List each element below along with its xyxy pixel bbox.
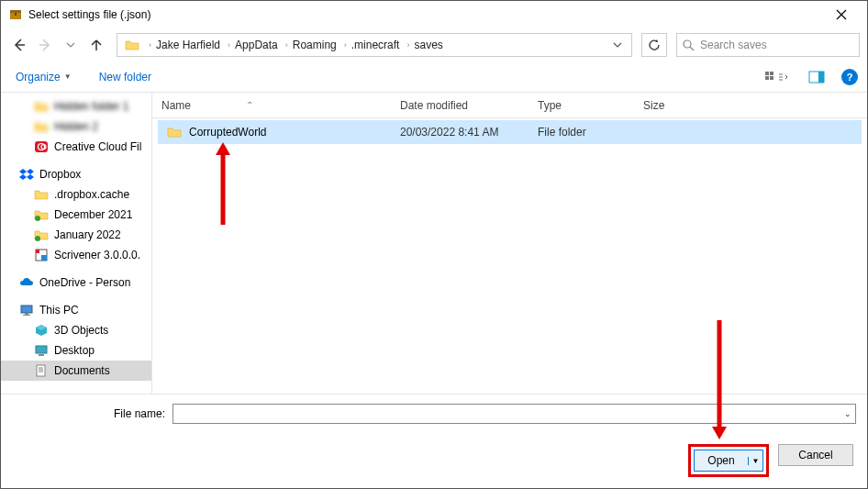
sidebar-item-label: 3D Objects (54, 324, 108, 337)
open-dropdown[interactable]: ▼ (748, 457, 762, 465)
folder-icon (167, 125, 182, 139)
file-date: 20/03/2022 8:41 AM (391, 126, 529, 139)
column-name[interactable]: Name (161, 99, 191, 112)
filename-input[interactable]: ⌄ (172, 404, 856, 424)
svg-point-13 (35, 216, 40, 221)
back-button[interactable] (8, 34, 30, 56)
chevron-right-icon[interactable]: › (143, 40, 154, 50)
recent-dropdown[interactable] (60, 34, 82, 56)
column-headers[interactable]: Name ⌃ Date modified Type Size (152, 93, 867, 118)
sidebar-item[interactable]: OneDrive - Person (1, 272, 151, 293)
preview-pane-button[interactable] (801, 67, 832, 87)
svg-point-14 (35, 236, 40, 241)
sidebar-item-label: January 2022 (54, 228, 121, 241)
svg-rect-21 (36, 346, 47, 353)
svg-rect-7 (770, 76, 773, 80)
close-button[interactable] (823, 1, 860, 28)
breadcrumb-item[interactable]: .minecraft (350, 39, 402, 51)
dropbox-icon (19, 167, 34, 182)
svg-rect-5 (770, 72, 773, 75)
svg-point-3 (684, 40, 691, 48)
column-type[interactable]: Type (529, 99, 634, 112)
svg-rect-4 (765, 72, 769, 75)
column-size[interactable]: Size (634, 99, 707, 112)
docs-icon (34, 363, 49, 378)
cc-icon (34, 139, 49, 154)
sidebar-item[interactable]: 3D Objects (1, 320, 151, 340)
svg-rect-18 (21, 306, 32, 313)
view-options-button[interactable] (761, 67, 792, 87)
sidebar-item[interactable]: This PC (1, 300, 151, 320)
sidebar-item[interactable]: .dropbox.cache (1, 184, 151, 205)
file-row[interactable]: CorruptedWorld20/03/2022 8:41 AMFile fol… (158, 120, 862, 144)
breadcrumb-item[interactable]: Jake Harfield (154, 39, 222, 51)
svg-rect-1 (10, 10, 21, 13)
svg-rect-20 (23, 315, 30, 316)
search-icon (683, 39, 695, 51)
thispc-icon (19, 303, 34, 317)
scriv-icon (34, 248, 49, 262)
annotation-highlight: Open ▼ (688, 444, 769, 477)
desktop-icon (34, 343, 49, 358)
folder-icon (34, 119, 49, 134)
help-button[interactable]: ? (841, 69, 858, 85)
sidebar-tree[interactable]: Hidden folder 1Hidden 2Creative Cloud Fi… (1, 93, 152, 394)
forward-button[interactable] (34, 34, 56, 56)
breadcrumb-item[interactable]: saves (412, 39, 444, 51)
svg-rect-19 (25, 313, 28, 315)
organize-button[interactable]: Organize ▼ (10, 67, 77, 87)
filename-label: File name: (12, 407, 172, 420)
svg-rect-22 (39, 354, 44, 356)
breadcrumb-expand[interactable] (607, 40, 628, 50)
folder-icon (34, 99, 49, 114)
sidebar-item[interactable]: Hidden folder 1 (1, 96, 151, 117)
sidebar-item-label: Dropbox (39, 168, 81, 181)
3d-icon (34, 323, 49, 338)
window-title: Select settings file (.json) (28, 8, 823, 21)
sidebar-item[interactable]: December 2021 (1, 205, 151, 225)
new-folder-button[interactable]: New folder (94, 67, 157, 87)
svg-rect-6 (765, 76, 769, 80)
breadcrumb-item[interactable]: AppData (233, 39, 280, 51)
sidebar-item[interactable]: Creative Cloud Fil (1, 137, 151, 157)
svg-rect-9 (818, 72, 824, 83)
svg-rect-23 (37, 365, 45, 376)
sidebar-item-label: .dropbox.cache (54, 188, 129, 201)
sidebar-item-label: Creative Cloud Fil (54, 140, 141, 153)
svg-rect-17 (41, 255, 47, 261)
sidebar-item[interactable]: Dropbox (1, 164, 151, 184)
sidebar-item-label: This PC (39, 304, 79, 317)
up-button[interactable] (85, 34, 107, 56)
breadcrumb[interactable]: › Jake Harfield › AppData › Roaming › .m… (117, 33, 632, 57)
file-type: File folder (529, 126, 634, 139)
folder-icon (34, 187, 49, 202)
chevron-right-icon[interactable]: › (339, 40, 350, 50)
search-input[interactable]: Search saves (676, 33, 860, 57)
sidebar-item[interactable]: Hidden 2 (1, 117, 151, 137)
sidebar-item-label: OneDrive - Person (39, 276, 130, 289)
svg-rect-2 (15, 13, 17, 16)
chevron-down-icon: ▼ (64, 72, 72, 81)
column-date[interactable]: Date modified (391, 99, 529, 112)
file-name: CorruptedWorld (189, 126, 266, 139)
chevron-right-icon[interactable]: › (222, 40, 233, 50)
sidebar-item-label: Desktop (54, 344, 95, 357)
sidebar-item[interactable]: January 2022 (1, 225, 151, 245)
chevron-right-icon[interactable]: › (280, 40, 291, 50)
sidebar-item[interactable]: Desktop (1, 340, 151, 361)
sidebar-item-label: Documents (54, 364, 110, 377)
refresh-button[interactable] (641, 33, 667, 57)
app-icon (8, 7, 23, 22)
chevron-down-icon[interactable]: ⌄ (844, 409, 851, 418)
breadcrumb-item[interactable]: Roaming (291, 39, 339, 51)
search-placeholder: Search saves (700, 39, 767, 51)
svg-rect-16 (36, 250, 39, 253)
folder-icon (125, 38, 139, 52)
chevron-right-icon[interactable]: › (401, 40, 412, 50)
open-button[interactable]: Open ▼ (694, 450, 763, 472)
cancel-button[interactable]: Cancel (778, 444, 853, 466)
sidebar-item[interactable]: Documents (1, 361, 151, 381)
sidebar-item[interactable]: Scrivener 3.0.0.0. (1, 245, 151, 265)
sort-indicator-icon: ⌃ (246, 100, 253, 110)
onedrive-icon (19, 275, 34, 290)
